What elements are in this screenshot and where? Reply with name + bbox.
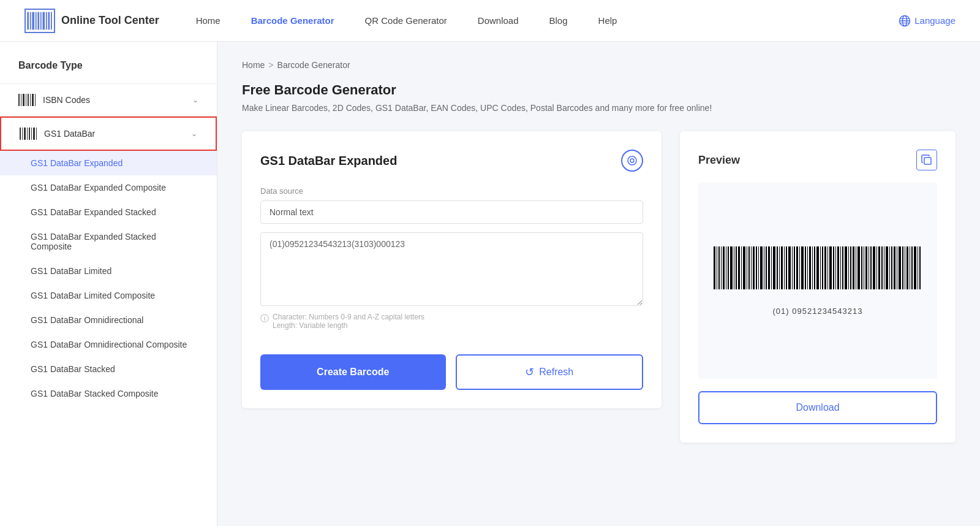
nav-download[interactable]: Download (478, 15, 519, 26)
breadcrumb: Home > Barcode Generator (242, 60, 956, 70)
nav-qr-code[interactable]: QR Code Generator (365, 15, 447, 26)
sidebar-item-gs1-stacked-composite[interactable]: GS1 DataBar Stacked Composite (0, 381, 217, 406)
svg-rect-73 (812, 246, 813, 289)
language-selector[interactable]: Language (899, 15, 956, 27)
svg-rect-96 (870, 246, 872, 289)
gs1-label: GS1 DataBar (44, 129, 95, 139)
svg-rect-71 (807, 246, 808, 289)
main-layout: Barcode Type ISBN Codes (0, 42, 980, 526)
download-button[interactable]: Download (698, 391, 937, 424)
svg-rect-46 (743, 246, 745, 289)
nav-blog[interactable]: Blog (549, 15, 568, 26)
sidebar-category-gs1-header[interactable]: GS1 DataBar ⌄ (0, 116, 217, 151)
svg-rect-62 (784, 246, 785, 289)
svg-rect-88 (850, 246, 851, 289)
preview-header: Preview (698, 150, 937, 170)
gs1-items: GS1 DataBar Expanded GS1 DataBar Expande… (0, 151, 217, 406)
svg-rect-115 (919, 246, 921, 289)
svg-rect-42 (734, 246, 734, 289)
svg-rect-100 (881, 246, 883, 289)
svg-rect-21 (32, 94, 34, 106)
create-barcode-button[interactable]: Create Barcode (260, 354, 446, 390)
sidebar-item-gs1-expanded-stacked[interactable]: GS1 DataBar Expanded Stacked (0, 200, 217, 224)
data-source-input[interactable] (260, 200, 643, 224)
sidebar-item-gs1-omnidirectional-composite[interactable]: GS1 DataBar Omnidirectional Composite (0, 332, 217, 357)
svg-rect-101 (884, 246, 884, 289)
svg-rect-6 (43, 12, 45, 29)
nav-home[interactable]: Home (196, 15, 221, 26)
svg-point-31 (628, 156, 636, 165)
sidebar-item-gs1-stacked[interactable]: GS1 DataBar Stacked (0, 357, 217, 381)
sidebar-item-gs1-omnidirectional[interactable]: GS1 DataBar Omnidirectional (0, 308, 217, 332)
svg-rect-72 (809, 246, 811, 289)
svg-rect-33 (924, 158, 931, 164)
svg-rect-17 (23, 94, 24, 106)
data-source-label: Data source (260, 186, 643, 196)
sidebar-item-gs1-limited[interactable]: GS1 DataBar Limited (0, 259, 217, 283)
svg-rect-53 (760, 246, 763, 289)
svg-rect-28 (31, 128, 32, 140)
svg-rect-25 (24, 128, 26, 140)
svg-rect-48 (748, 246, 750, 289)
nav-barcode-generator[interactable]: Barcode Generator (251, 15, 334, 26)
help-text-content: Character: Numbers 0-9 and A-Z capital l… (273, 313, 424, 330)
panel-title: GS1 DataBar Expanded (260, 154, 397, 168)
svg-rect-8 (48, 12, 50, 29)
tool-layout: GS1 DataBar Expanded Data source (01)095… (242, 131, 956, 443)
content-area: Home > Barcode Generator Free Barcode Ge… (217, 42, 980, 526)
svg-rect-68 (799, 246, 800, 289)
svg-rect-111 (910, 246, 910, 289)
refresh-button[interactable]: ↺ Refresh (456, 354, 644, 390)
sidebar-item-gs1-expanded-composite[interactable]: GS1 DataBar Expanded Composite (0, 175, 217, 200)
breadcrumb-home[interactable]: Home (242, 60, 265, 70)
svg-rect-2 (32, 12, 34, 29)
svg-rect-55 (766, 246, 767, 289)
svg-rect-105 (894, 246, 895, 289)
settings-button[interactable] (621, 150, 643, 172)
svg-rect-38 (723, 246, 725, 289)
svg-rect-64 (788, 246, 791, 289)
sidebar-item-gs1-limited-composite[interactable]: GS1 DataBar Limited Composite (0, 283, 217, 308)
svg-rect-57 (771, 246, 772, 289)
breadcrumb-current: Barcode Generator (277, 60, 350, 70)
svg-rect-98 (876, 246, 877, 289)
svg-rect-30 (36, 128, 37, 140)
svg-rect-99 (878, 246, 880, 289)
svg-rect-103 (889, 246, 890, 289)
svg-rect-79 (827, 246, 828, 289)
isbn-label: ISBN Codes (43, 95, 90, 105)
svg-rect-70 (805, 246, 806, 289)
svg-rect-0 (27, 12, 29, 29)
preview-title: Preview (698, 154, 740, 167)
svg-rect-52 (758, 246, 759, 289)
svg-rect-18 (26, 94, 26, 106)
svg-rect-109 (905, 246, 905, 289)
svg-rect-104 (891, 246, 892, 289)
isbn-chevron: ⌄ (192, 96, 198, 104)
barcode-image (714, 246, 922, 302)
logo[interactable]: Online Tool Center (24, 9, 159, 33)
svg-rect-29 (33, 128, 35, 140)
svg-rect-59 (777, 246, 778, 289)
svg-rect-4 (37, 12, 39, 29)
preview-area: (01) 09521234543213 (698, 183, 937, 379)
refresh-icon: ↺ (525, 365, 534, 379)
copy-button[interactable] (916, 150, 937, 170)
left-panel: GS1 DataBar Expanded Data source (01)095… (242, 131, 662, 408)
svg-rect-7 (46, 12, 47, 29)
sidebar-item-gs1-expanded[interactable]: GS1 DataBar Expanded (0, 151, 217, 175)
svg-rect-67 (796, 246, 798, 289)
svg-rect-77 (822, 246, 823, 289)
sidebar-category-isbn-header[interactable]: ISBN Codes ⌄ (0, 84, 217, 116)
page-title: Free Barcode Generator (242, 82, 956, 98)
sidebar-category-isbn: ISBN Codes ⌄ (0, 83, 217, 116)
svg-rect-81 (833, 246, 834, 289)
barcode-data-textarea[interactable]: (01)09521234543213(3103)000123 (260, 232, 643, 306)
svg-rect-39 (726, 246, 726, 289)
action-buttons: Create Barcode ↺ Refresh (260, 354, 643, 390)
sidebar-item-gs1-expanded-stacked-composite[interactable]: GS1 DataBar Expanded Stacked Composite (0, 224, 217, 259)
svg-rect-95 (869, 246, 869, 289)
svg-rect-35 (717, 246, 717, 289)
svg-rect-60 (779, 246, 780, 289)
nav-help[interactable]: Help (598, 15, 617, 26)
